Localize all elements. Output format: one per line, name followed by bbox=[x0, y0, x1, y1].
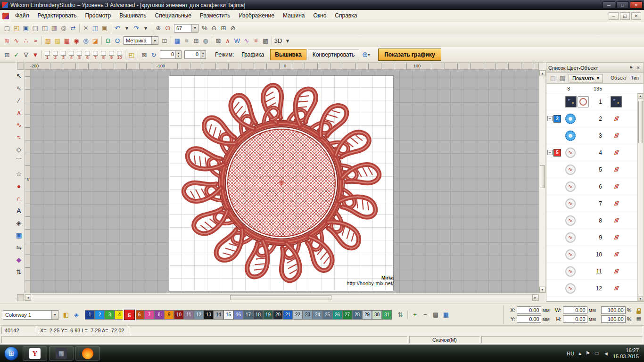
horizontal-ruler[interactable]: -200-1000100 bbox=[25, 63, 539, 70]
new-design-icon[interactable]: ▢ bbox=[2, 24, 12, 33]
close-button[interactable]: ✕ bbox=[630, 1, 643, 8]
color-swatch-6[interactable]: 6 bbox=[134, 310, 144, 320]
horizontal-scroll-thumb[interactable] bbox=[230, 295, 331, 300]
applique-tool[interactable]: ▣ bbox=[14, 230, 24, 240]
object-row[interactable]: −22 bbox=[546, 110, 637, 127]
cut-icon[interactable]: ✕ bbox=[81, 24, 91, 33]
minimize-button[interactable]: ─ bbox=[603, 1, 615, 8]
vertical-ruler[interactable]: 0 bbox=[25, 70, 31, 293]
vertical-scrollbar[interactable]: ▲ ▼ bbox=[539, 70, 546, 293]
copy-icon[interactable]: ◫ bbox=[91, 24, 100, 33]
save-design-icon[interactable]: ▣ bbox=[21, 24, 31, 33]
stitch-list-icon[interactable]: ▦ bbox=[173, 36, 182, 45]
color-swatch-10[interactable]: 10 bbox=[174, 310, 184, 320]
travel-button-3[interactable]: 3 bbox=[59, 49, 67, 60]
thread-chart-icon[interactable]: ▤ bbox=[431, 310, 440, 320]
slow-redraw-icon[interactable]: ▼ bbox=[31, 50, 40, 59]
design-grid-icon[interactable]: ⊞ bbox=[191, 36, 201, 45]
flag-icon[interactable]: ⚑ bbox=[586, 350, 590, 356]
color-swatch-26[interactable]: 26 bbox=[332, 310, 342, 320]
object-row[interactable]: 9 bbox=[546, 229, 637, 246]
globe-icon[interactable]: ⊕▾ bbox=[361, 50, 371, 59]
add-color-icon[interactable]: + bbox=[410, 310, 420, 320]
zoom-percent-icon[interactable]: % bbox=[200, 24, 209, 33]
chevron-down-icon[interactable]: ▾ bbox=[191, 25, 198, 32]
mdi-restore-button[interactable]: ◱ bbox=[620, 12, 630, 20]
closed-shape-tool[interactable]: ◇ bbox=[14, 144, 24, 155]
colorway-combo[interactable]: Colorway 1 ▾ bbox=[3, 310, 58, 320]
language-indicator[interactable]: RU bbox=[567, 351, 574, 356]
motif-set-combo[interactable]: Метрика ▾ bbox=[124, 36, 158, 45]
width-percent-field[interactable]: 100.00 bbox=[601, 306, 626, 314]
paste-icon[interactable]: ▣ bbox=[100, 24, 109, 33]
overview-window-icon[interactable]: ⊡ bbox=[160, 36, 169, 45]
aspect-lock-icon[interactable] bbox=[636, 311, 641, 314]
show-button[interactable]: Показать ▾ bbox=[569, 74, 603, 82]
color-bar-icon[interactable]: ▦ bbox=[441, 310, 451, 320]
show-needle-points-icon[interactable]: ∴ bbox=[21, 36, 31, 45]
color-swatch-31[interactable]: 31 bbox=[382, 310, 392, 320]
color-swatch-11[interactable]: 11 bbox=[184, 310, 194, 320]
cycle-colors-icon[interactable]: ◈ bbox=[72, 310, 81, 320]
tray-expand-icon[interactable]: ▴ bbox=[578, 350, 581, 356]
travel-button-1[interactable]: 1 bbox=[43, 49, 51, 60]
color-film-icon[interactable]: ≡ bbox=[182, 36, 191, 45]
tatami-fill-icon[interactable]: ▨ bbox=[43, 36, 53, 45]
color-swatch-22[interactable]: 22 bbox=[293, 310, 303, 320]
color-swatch-16[interactable]: 16 bbox=[233, 310, 243, 320]
panel-scrollbar[interactable]: ▲ ▼ bbox=[637, 93, 644, 301]
object-row[interactable]: 11 bbox=[546, 263, 637, 280]
embroidery-mode-button[interactable]: Вышивка bbox=[270, 49, 306, 60]
grid-snap-icon[interactable]: ⊞ bbox=[2, 50, 12, 59]
width-field[interactable]: 0.00 bbox=[563, 306, 587, 314]
chevron-down-icon[interactable]: ▾ bbox=[151, 37, 158, 44]
vertical-scroll-thumb[interactable] bbox=[540, 165, 545, 188]
write-to-machine-icon[interactable]: ⇄ bbox=[68, 24, 78, 33]
panel-scroll-thumb[interactable] bbox=[638, 101, 643, 143]
undo-icon[interactable]: ↶ bbox=[113, 24, 122, 33]
travel-button-5[interactable]: 5 bbox=[75, 49, 83, 60]
arc-tool[interactable]: ∩ bbox=[14, 193, 24, 204]
graphics-mode-button[interactable]: Графика bbox=[237, 49, 269, 60]
print-preview-icon[interactable]: ◎ bbox=[59, 24, 68, 33]
travel-button-7[interactable]: 7 bbox=[91, 49, 99, 60]
start-end-icon[interactable]: ⊠ bbox=[214, 36, 223, 45]
remove-color-icon[interactable]: − bbox=[421, 310, 430, 320]
color-swatch-4[interactable]: 4 bbox=[115, 310, 124, 320]
color-swatch-25[interactable]: 25 bbox=[322, 310, 332, 320]
menu-item-7[interactable]: Изображение bbox=[234, 10, 279, 22]
color-swatch-29[interactable]: 29 bbox=[362, 310, 372, 320]
motif-fill-icon[interactable]: ▦ bbox=[62, 36, 72, 45]
color-swatch-24[interactable]: 24 bbox=[313, 310, 322, 320]
panel-close-icon[interactable]: ✕ bbox=[635, 64, 642, 71]
clock[interactable]: 16:27 15.03.2015 bbox=[613, 347, 639, 360]
hoop-icon[interactable]: ◍ bbox=[201, 36, 210, 45]
select-check-icon[interactable]: ✓ bbox=[12, 50, 21, 59]
color-swatch-14[interactable]: 14 bbox=[214, 310, 223, 320]
color-swatch-17[interactable]: 17 bbox=[243, 310, 253, 320]
redo-icon[interactable]: ↷ bbox=[132, 24, 141, 33]
color-swatch-9[interactable]: 9 bbox=[164, 310, 174, 320]
zoom-factor-combo[interactable]: 67 ▾ bbox=[174, 24, 198, 33]
color-swatch-23[interactable]: 23 bbox=[303, 310, 313, 320]
zoom-tool-icon[interactable]: ⊕ bbox=[154, 24, 163, 33]
stamp-tool[interactable]: ◆ bbox=[14, 255, 24, 265]
density-icon[interactable]: ≡ bbox=[251, 36, 261, 45]
height-percent-field[interactable]: 100.00 bbox=[601, 315, 626, 323]
open-folder-icon[interactable]: ◰ bbox=[127, 50, 136, 59]
object-row[interactable]: 10 bbox=[546, 246, 637, 263]
color-swatch-30[interactable]: 30 bbox=[372, 310, 382, 320]
menu-item-8[interactable]: Машина bbox=[279, 10, 309, 22]
convert-button[interactable]: Конвертировать bbox=[308, 49, 360, 60]
needle-position-field[interactable]: 0 ▴▾ bbox=[184, 50, 206, 59]
object-row[interactable]: 12 bbox=[546, 280, 637, 297]
y-field[interactable]: 0.00 bbox=[517, 315, 541, 323]
threed-list-icon[interactable]: ▾ bbox=[283, 36, 292, 45]
contour-fill-icon[interactable]: ◎ bbox=[81, 36, 91, 45]
fusion-fill-icon[interactable]: ◉ bbox=[72, 36, 81, 45]
horizontal-scrollbar[interactable]: ◄ ► bbox=[25, 294, 539, 301]
scroll-up-icon[interactable]: ▲ bbox=[638, 93, 643, 99]
taskbar-app-media[interactable]: ▦ bbox=[49, 346, 74, 361]
maximize-button[interactable]: □ bbox=[616, 1, 629, 8]
monogram-tool[interactable]: ◈ bbox=[14, 218, 24, 228]
